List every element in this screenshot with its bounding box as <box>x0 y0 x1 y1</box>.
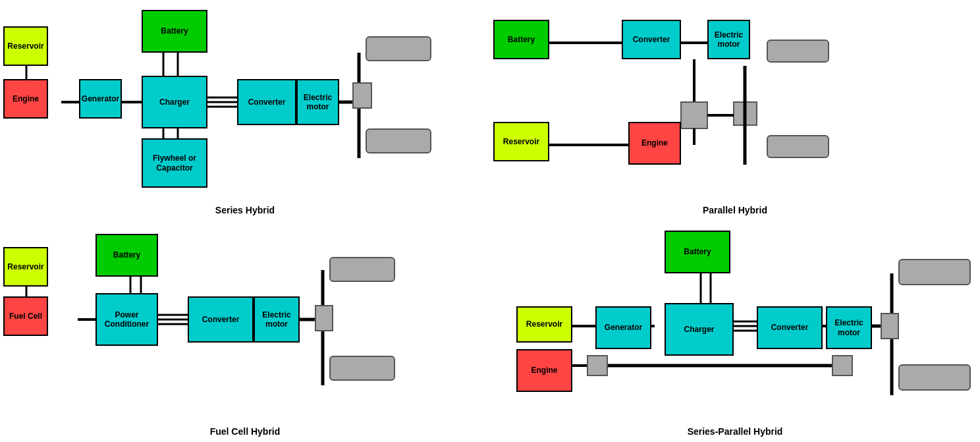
battery-box-sp: Battery <box>665 231 730 273</box>
hub <box>352 82 372 109</box>
hub-sp <box>881 313 899 339</box>
svg-rect-21 <box>734 102 757 125</box>
generator-box: Generator <box>79 79 122 119</box>
electric-motor-box-fc: Electric motor <box>254 296 300 343</box>
flywheel-box: Flywheel or Capacitor <box>142 138 207 188</box>
svg-rect-47 <box>832 356 852 375</box>
battery-box: Battery <box>142 10 207 53</box>
wheel-bottom-sp <box>898 364 971 391</box>
wheel-top-parallel <box>767 40 829 63</box>
reservoir-box-parallel: Reservoir <box>493 122 549 161</box>
converter-box: Converter <box>237 79 296 125</box>
electric-motor-box-sp: Electric motor <box>826 306 872 349</box>
reservoir-box: Reservoir <box>3 26 48 66</box>
series-parallel-hybrid-diagram: Reservoir Engine Generator Battery Charg… <box>490 221 980 442</box>
wheel-bottom <box>366 128 431 153</box>
wheel-top-sp <box>898 259 971 285</box>
engine-box-sp: Engine <box>516 349 572 392</box>
wheel-bottom-fc <box>329 356 395 381</box>
electric-motor-box-parallel: Electric motor <box>707 20 750 59</box>
svg-rect-17 <box>681 102 707 128</box>
converter-box-sp: Converter <box>757 306 823 349</box>
engine-box: Engine <box>3 79 48 119</box>
fuel-cell-hybrid-diagram: Reservoir Fuel Cell Battery Power Condit… <box>0 221 490 442</box>
electric-motor-box: Electric motor <box>296 79 339 125</box>
wheel-top <box>366 36 431 61</box>
engine-box-parallel: Engine <box>628 122 681 165</box>
reservoir-box-sp: Reservoir <box>516 306 572 343</box>
converter-box-parallel: Converter <box>622 20 681 59</box>
fuel-cell-box: Fuel Cell <box>3 296 48 336</box>
battery-box-parallel: Battery <box>493 20 549 59</box>
charger-box: Charger <box>142 76 207 128</box>
wheel-top-fc <box>329 257 395 282</box>
series-parallel-title: Series-Parallel Hybrid <box>490 426 980 437</box>
fuel-cell-title: Fuel Cell Hybrid <box>0 426 490 437</box>
parallel-hybrid-title: Parallel Hybrid <box>490 205 980 215</box>
battery-box-fc: Battery <box>95 234 158 277</box>
svg-rect-48 <box>587 356 607 375</box>
wheel-bottom-parallel <box>767 135 829 158</box>
charger-box-sp: Charger <box>665 303 734 356</box>
power-conditioner-box: Power Conditioner <box>95 293 158 346</box>
reservoir-box-fc: Reservoir <box>3 247 48 287</box>
series-hybrid-title: Series Hybrid <box>0 205 490 215</box>
series-hybrid-diagram: Reservoir Engine Generator Battery Charg… <box>0 0 490 221</box>
converter-box-fc: Converter <box>188 296 254 343</box>
parallel-hybrid-diagram: Battery Converter Electric motor Reservo… <box>490 0 980 221</box>
hub-fc <box>315 305 333 331</box>
generator-box-sp: Generator <box>595 306 651 349</box>
